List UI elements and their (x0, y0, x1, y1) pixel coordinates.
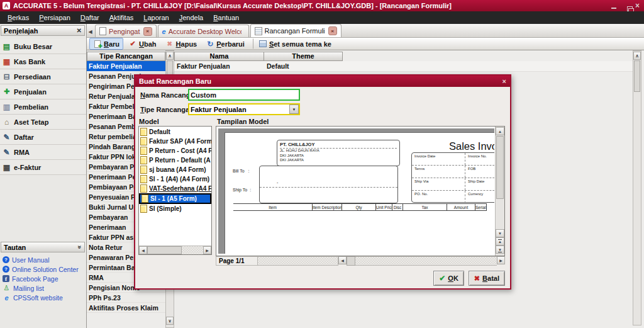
link-item[interactable]: Mailing list (1, 283, 86, 293)
tab[interactable]: Pengingat (95, 25, 157, 37)
toolbar-button[interactable]: Ubah (125, 38, 160, 50)
model-item[interactable]: P Return - Default (A (139, 156, 211, 165)
invoice-items-header: ItemItem DescriptionQtyUnit PriceDiscTax… (233, 203, 487, 211)
restore-button[interactable] (621, 2, 630, 9)
preview-vscrollbar[interactable] (495, 127, 504, 256)
model-item[interactable]: sj buana (A4 Form) (139, 165, 211, 174)
model-item[interactable]: Default (139, 127, 211, 137)
invoice-company-box: PT. CHILL&JOY JL. HIJAU DAUN RAYADKI JAK… (277, 140, 400, 166)
sidebar-item[interactable]: Buku Besar (0, 39, 86, 54)
type-list-header[interactable]: Tipe Rancangan (87, 52, 165, 61)
menu-item[interactable]: Berkas (3, 11, 34, 24)
collapse-chevrons-icon[interactable]: » (77, 246, 84, 249)
item-column-header: Item Description (313, 203, 342, 211)
tab-close-icon[interactable] (328, 26, 337, 35)
link-item[interactable]: Facebook Page (1, 274, 86, 283)
asset-house-icon (2, 118, 11, 127)
sidebar: Penjelajah ✕ Buku Besar Kas Bank Persedi… (0, 24, 87, 328)
scrollbar-thumb[interactable] (496, 136, 504, 199)
scrollbar-track[interactable] (355, 256, 497, 266)
scroll-down-button[interactable] (166, 317, 174, 325)
toolbar-button[interactable]: Perbarui (202, 38, 248, 50)
invoice-info-row: Terms FOB (412, 166, 494, 178)
main-scrollbar[interactable] (633, 50, 641, 325)
designs-table: Nama Theme Faktur Penjualan Default (174, 52, 633, 72)
ledger-icon (2, 42, 11, 51)
links-panel-header: Tautan » (1, 242, 85, 252)
scroll-right-button[interactable] (497, 256, 505, 264)
dialog-title-bar: Buat Rancangan Baru (135, 76, 510, 87)
sidebar-item[interactable]: Kas Bank (0, 54, 86, 69)
sidebar-item[interactable]: e-Faktur (0, 160, 86, 175)
link-item[interactable]: CPSSoft website (1, 293, 86, 302)
batal-button[interactable]: Batal (469, 271, 505, 286)
next-page-button[interactable] (496, 246, 504, 254)
link-item[interactable]: Online Solution Center (1, 264, 86, 274)
menu-item[interactable]: Persiapan (34, 11, 75, 24)
type-row[interactable]: Aktifitas Proses Klaim (87, 303, 165, 313)
scroll-left-button[interactable] (139, 246, 147, 254)
scroll-up-button[interactable] (166, 52, 174, 60)
sidebar-item[interactable]: RMA (0, 145, 86, 160)
right-arrow-icon (499, 258, 502, 263)
menu-item[interactable]: Laporan (138, 11, 174, 24)
sidebar-item[interactable]: Penjualan (0, 84, 86, 99)
table-row[interactable]: Faktur Penjualan Default (174, 61, 633, 72)
dropdown-button[interactable] (289, 105, 299, 114)
link-item[interactable]: User Manual (1, 255, 86, 264)
tab-close-icon[interactable] (143, 27, 152, 36)
column-header-nama[interactable]: Nama (174, 52, 264, 61)
company-address-line: JL. HIJAU DAUN RAYA (280, 149, 397, 154)
type-row[interactable]: PPh Ps.23 (87, 293, 165, 303)
nama-rancangan-input[interactable] (188, 89, 300, 101)
dashed-divider (260, 187, 397, 188)
scroll-left-button[interactable] (338, 256, 347, 264)
close-button[interactable] (633, 2, 641, 9)
toolbar-button[interactable]: Set semua tema ke (253, 38, 335, 49)
menu-item[interactable]: Bantuan (208, 11, 244, 24)
prior-page-button[interactable] (496, 237, 504, 246)
ship-to-label: Ship To : (233, 188, 251, 192)
tipe-rancangan-select[interactable]: Faktur Penjualan (188, 103, 300, 115)
window-title: ACCURATE 5 - Belum Teregistrasi - PT. CH… (13, 2, 452, 9)
tab[interactable]: Accurate Desktop Welcome_ (158, 25, 249, 37)
model-list-hscrollbar[interactable] (139, 246, 211, 254)
invoice-info-grid: Invoice Date Invoice No. Terms FOB Ship … (411, 152, 494, 203)
tab[interactable]: Rancangan Formulir (250, 24, 341, 37)
toolbar-button[interactable]: Hapus (162, 38, 201, 50)
type-row[interactable]: Faktur Penjualan (87, 61, 165, 71)
model-item[interactable]: SI (Simple) (139, 204, 211, 213)
scrollbar-thumb[interactable] (147, 246, 182, 254)
dialog-close-icon[interactable] (497, 77, 506, 85)
invoice-info-row: Ship Via Ship Date (412, 178, 494, 191)
sidebar-item[interactable]: Persediaan (0, 69, 86, 84)
menu-item[interactable]: Aktifitas (104, 11, 139, 24)
scroll-up-button[interactable] (496, 127, 504, 135)
scrollbar-thumb[interactable] (634, 60, 640, 92)
page-down-icon (498, 248, 502, 252)
explorer-close-icon[interactable]: ✕ (77, 27, 82, 34)
model-item[interactable]: P Return - Cost (A4 F (139, 146, 211, 156)
sidebar-item[interactable]: Pembelian (0, 99, 86, 115)
model-item[interactable]: SI - 1 (A4) (A4 Form) (139, 174, 211, 184)
model-item[interactable]: SI - 1 (A5 Form) (139, 193, 211, 204)
menu-item[interactable]: Daftar (75, 11, 104, 24)
minimize-button[interactable] (609, 2, 618, 9)
scroll-up-button[interactable] (633, 52, 641, 60)
scroll-right-button[interactable] (203, 246, 211, 254)
scroll-down-button[interactable] (496, 229, 504, 237)
model-item[interactable]: VAT-Sederhana (A4 F (139, 184, 211, 193)
tab-scroll-left-button[interactable]: ◀ (87, 27, 94, 36)
ok-button[interactable]: OK (433, 271, 464, 286)
toolbar-button[interactable]: Baru (89, 38, 123, 50)
scrollbar-track[interactable] (182, 246, 203, 254)
sidebar-item[interactable]: Daftar (0, 130, 86, 145)
scrollbar-thumb[interactable] (347, 256, 355, 266)
sidebar-item[interactable]: Aset Tetap (0, 115, 86, 130)
model-item[interactable]: Faktur SAP (A4 Form (139, 137, 211, 146)
tipe-rancangan-label: Tipe Rancangan (140, 106, 194, 113)
item-column-header: Item (233, 203, 313, 211)
column-header-theme[interactable]: Theme (264, 52, 343, 61)
menu-item[interactable]: Jendela (174, 11, 209, 24)
links-title: Tautan (4, 244, 26, 251)
